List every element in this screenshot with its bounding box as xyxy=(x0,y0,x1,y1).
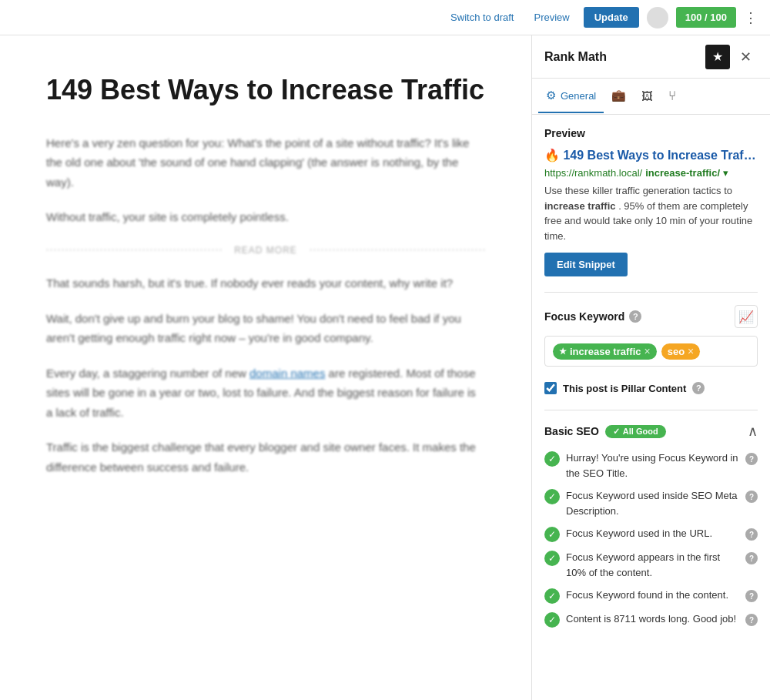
keyword-tags-input[interactable]: ★ increase traffic × seo × xyxy=(544,336,758,367)
focus-keyword-label-text: Focus Keyword xyxy=(544,310,624,323)
check-text-5: Focus Keyword found in the content. xyxy=(566,588,739,603)
check-icon-1: ✓ xyxy=(544,451,560,467)
check-help-5[interactable]: ? xyxy=(745,590,758,602)
preview-button[interactable]: Preview xyxy=(527,8,575,26)
read-more-divider: READ MORE xyxy=(46,243,485,258)
check-text-6: Content is 8711 words long. Good job! xyxy=(566,611,739,627)
check-icon-4: ✓ xyxy=(544,551,560,566)
read-more-line-right xyxy=(310,250,485,250)
paragraph-3: That sounds harsh, but it's true. If nob… xyxy=(46,273,485,293)
check-help-3[interactable]: ? xyxy=(745,528,758,541)
tab-schema[interactable]: ⑂ xyxy=(661,79,684,114)
collapse-basic-seo-button[interactable]: ∧ xyxy=(748,423,758,440)
paragraph-6: Traffic is the biggest challenge that ev… xyxy=(46,437,485,477)
seo-check-list: ✓ Hurray! You're using Focus Keyword in … xyxy=(544,450,758,628)
basic-seo-section: Basic SEO ✓ All Good ∧ ✓ Hurray! You're … xyxy=(544,423,758,628)
post-body: Here's a very zen question for you: What… xyxy=(46,133,485,477)
paragraph-5: Every day, a staggering number of new do… xyxy=(46,363,485,423)
tab-social[interactable]: 🖼 xyxy=(634,80,661,113)
more-options-button[interactable]: ⋮ xyxy=(744,9,758,26)
switch-draft-button[interactable]: Switch to draft xyxy=(444,8,520,26)
rankmath-sidebar: Rank Math ★ ✕ ⚙ General 💼 🖼 ⑂ xyxy=(531,35,770,700)
all-good-badge: ✓ All Good xyxy=(605,425,666,438)
seo-check-5: ✓ Focus Keyword found in the content. ? xyxy=(544,588,758,604)
focus-keyword-help-icon[interactable]: ? xyxy=(629,310,641,323)
seo-check-1: ✓ Hurray! You're using Focus Keyword in … xyxy=(544,450,758,481)
preview-description: Use these killer traffic generation tact… xyxy=(544,183,758,243)
keyword-tag-secondary-text: seo xyxy=(668,346,685,357)
tab-general-label: General xyxy=(561,90,596,102)
pillar-content-label: This post is Pillar Content xyxy=(563,383,686,394)
domain-names-link[interactable]: domain names xyxy=(249,367,325,380)
gear-icon: ⚙ xyxy=(546,89,556,102)
main-area: 149 Best Ways to Increase Traffic Here's… xyxy=(0,35,770,700)
tab-general[interactable]: ⚙ General xyxy=(538,79,604,113)
image-icon: 🖼 xyxy=(641,89,653,102)
preview-desc-text: Use these killer traffic generation tact… xyxy=(544,185,732,196)
sidebar-tabs: ⚙ General 💼 🖼 ⑂ xyxy=(532,79,770,115)
preview-title-emoji: 🔥 xyxy=(544,149,563,162)
read-more-text: READ MORE xyxy=(234,243,297,258)
sidebar-header-actions: ★ ✕ xyxy=(705,45,758,69)
preview-title-text: 149 Best Ways to xyxy=(563,149,664,162)
seo-check-2: ✓ Focus Keyword used inside SEO Meta Des… xyxy=(544,488,758,518)
check-text-2: Focus Keyword used inside SEO Meta Descr… xyxy=(566,488,739,518)
check-icon-3: ✓ xyxy=(544,527,560,542)
check-text-1: Hurray! You're using Focus Keyword in th… xyxy=(566,450,739,481)
preview-section: Preview 🔥 149 Best Ways to Increase Traf… xyxy=(544,127,758,276)
focus-keyword-section: Focus Keyword ? 📈 ★ increase traffic × s… xyxy=(544,305,758,367)
check-text-3: Focus Keyword used in the URL. xyxy=(566,526,739,541)
seo-check-4: ✓ Focus Keyword appears in the first 10%… xyxy=(544,550,758,580)
close-sidebar-button[interactable]: ✕ xyxy=(733,45,758,69)
briefcase-icon: 💼 xyxy=(611,89,626,102)
star-button[interactable]: ★ xyxy=(705,45,730,69)
read-more-line-left xyxy=(46,250,222,250)
focus-keyword-header: Focus Keyword ? 📈 xyxy=(544,305,758,328)
seo-score-button[interactable]: 100 / 100 xyxy=(676,7,736,28)
focus-keyword-label-row: Focus Keyword ? xyxy=(544,310,641,323)
check-icon-2: ✓ xyxy=(544,489,560,504)
check-help-2[interactable]: ? xyxy=(745,491,758,503)
sidebar-content: Preview 🔥 149 Best Ways to Increase Traf… xyxy=(532,115,770,700)
keyword-tag-primary-remove[interactable]: × xyxy=(644,346,651,357)
user-avatar[interactable] xyxy=(647,7,668,28)
schema-icon: ⑂ xyxy=(668,88,676,103)
check-icon-5: ✓ xyxy=(544,588,560,604)
pillar-content-checkbox[interactable] xyxy=(544,382,557,394)
paragraph-4: Wait, don't give up and burn your blog t… xyxy=(46,309,485,348)
tab-snippet[interactable]: 💼 xyxy=(604,79,634,113)
sidebar-title: Rank Math xyxy=(544,50,607,64)
preview-title-bold: Increase Traf… xyxy=(668,149,756,162)
seo-check-3: ✓ Focus Keyword used in the URL. ? xyxy=(544,526,758,542)
keyword-tag-secondary: seo × xyxy=(661,343,701,360)
check-icon-6: ✓ xyxy=(544,612,560,628)
editor-pane: 149 Best Ways to Increase Traffic Here's… xyxy=(0,35,531,700)
keyword-tag-secondary-remove[interactable]: × xyxy=(688,346,694,357)
preview-url: https://rankmath.local/increase-traffic/… xyxy=(544,167,758,179)
check-text-4: Focus Keyword appears in the first 10% o… xyxy=(566,550,739,580)
divider-1 xyxy=(544,292,758,293)
url-dropdown-icon[interactable]: ▾ xyxy=(723,167,728,179)
basic-seo-title-row: Basic SEO ✓ All Good xyxy=(544,425,666,438)
preview-url-base: https://rankmath.local/ xyxy=(544,167,642,179)
basic-seo-label: Basic SEO xyxy=(544,425,599,437)
paragraph-2: Without traffic, your site is completely… xyxy=(46,207,485,227)
trend-icon-button[interactable]: 📈 xyxy=(735,305,758,328)
divider-2 xyxy=(544,410,758,410)
paragraph-1: Here's a very zen question for you: What… xyxy=(46,133,485,193)
post-title[interactable]: 149 Best Ways to Increase Traffic xyxy=(46,72,485,109)
pillar-content-help-icon[interactable]: ? xyxy=(692,382,705,394)
edit-snippet-button[interactable]: Edit Snippet xyxy=(544,253,628,276)
top-toolbar: Switch to draft Preview Update 100 / 100… xyxy=(0,0,770,35)
update-button[interactable]: Update xyxy=(584,7,639,28)
preview-url-slug: increase-traffic/ xyxy=(645,167,720,179)
preview-desc-bold: increase traffic xyxy=(544,200,616,212)
all-good-text: All Good xyxy=(623,427,658,436)
preview-section-label: Preview xyxy=(544,127,758,139)
pillar-content-row: This post is Pillar Content ? xyxy=(544,382,758,394)
check-help-1[interactable]: ? xyxy=(745,453,758,465)
sidebar-header: Rank Math ★ ✕ xyxy=(532,35,770,79)
basic-seo-header: Basic SEO ✓ All Good ∧ xyxy=(544,423,758,440)
check-help-4[interactable]: ? xyxy=(745,552,758,564)
check-help-6[interactable]: ? xyxy=(745,614,758,626)
